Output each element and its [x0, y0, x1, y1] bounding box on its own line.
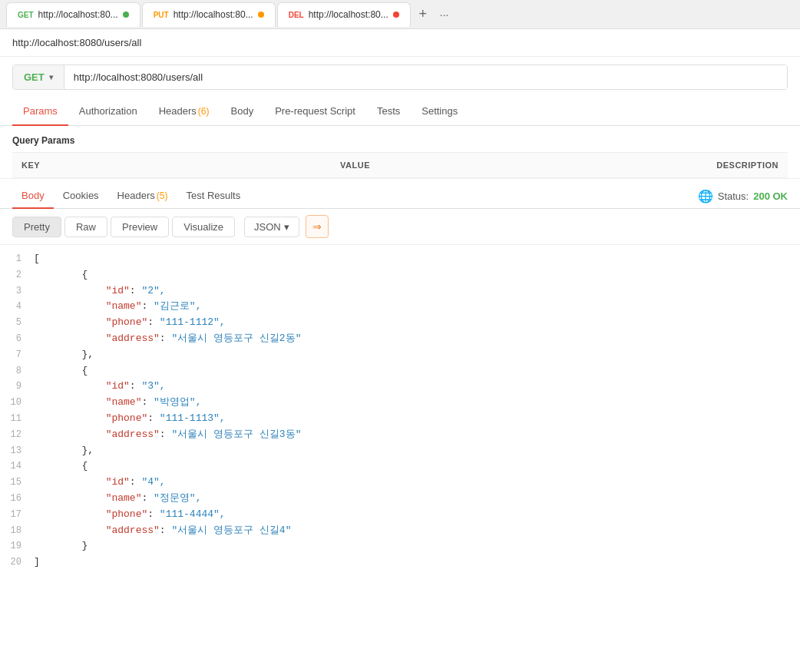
line-content: "name": "정문영", [34, 491, 794, 507]
line-number: 7 [6, 347, 34, 362]
code-line: 7 }, [0, 347, 800, 363]
line-number: 14 [6, 458, 34, 474]
line-content: "phone": "111-1112", [34, 315, 794, 331]
request-bar: GET ▾ [12, 65, 788, 90]
status-label: Status: [718, 190, 749, 202]
response-tab-cookies[interactable]: Cookies [54, 184, 108, 209]
code-line: 2 { [0, 267, 800, 283]
line-content: "name": "김근로", [34, 299, 794, 315]
code-line: 8 { [0, 363, 800, 379]
code-line: 14 { [0, 458, 800, 475]
tab-del[interactable]: DEL http://localhost:80... [277, 2, 411, 27]
tab-authorization[interactable]: Authorization [68, 98, 148, 126]
response-tab-headers-badge: (5) [157, 190, 168, 201]
tab-settings-label: Settings [421, 105, 458, 117]
tab-headers-label: Headers [159, 105, 197, 117]
status-code: 200 OK [753, 190, 788, 202]
line-content: "phone": "111-1113", [34, 411, 794, 427]
code-line: 6 "address": "서울시 영등포구 신길2동" [0, 331, 800, 347]
col-desc-header: DESCRIPTION [650, 157, 788, 173]
col-key-header: KEY [12, 157, 331, 173]
response-tab-headers[interactable]: Headers(5) [108, 184, 177, 209]
code-line: 17 "phone": "111-4444", [0, 507, 800, 523]
line-content: "address": "서울시 영등포구 신길3동" [34, 427, 794, 443]
line-number: 11 [6, 411, 34, 426]
tab-body[interactable]: Body [220, 98, 265, 126]
new-tab-button[interactable]: + [412, 4, 434, 25]
line-content: } [34, 538, 794, 554]
code-line: 18 "address": "서울시 영등포구 신길4" [0, 523, 800, 539]
line-number: 19 [6, 538, 34, 554]
code-line: 9 "id": "3", [0, 379, 800, 395]
method-chevron-icon: ▾ [49, 73, 53, 81]
response-tab-body[interactable]: Body [12, 184, 54, 209]
view-btn-visualize[interactable]: Visualize [172, 217, 235, 237]
line-number: 12 [6, 427, 34, 442]
address-bar: http://localhost:8080/users/all [0, 29, 800, 57]
tab-tests-label: Tests [377, 105, 400, 117]
response-tab-cookies-label: Cookies [63, 190, 99, 201]
line-content: "address": "서울시 영등포구 신길2동" [34, 331, 794, 347]
code-line: 16 "name": "정문영", [0, 491, 800, 507]
response-tabs: Body Cookies Headers(5) Test Results 🌐 S… [0, 184, 800, 209]
line-content: ] [34, 554, 794, 571]
wrap-button[interactable]: ⇒ [306, 215, 329, 238]
tab-menu-button[interactable]: ··· [437, 5, 452, 24]
line-content: "id": "4", [34, 475, 794, 491]
tab-put[interactable]: PUT http://localhost:80... [142, 2, 276, 27]
line-number: 4 [6, 299, 34, 314]
tab-headers[interactable]: Headers(6) [148, 98, 220, 126]
line-content: "address": "서울시 영등포구 신길4" [34, 523, 794, 539]
line-number: 13 [6, 443, 34, 458]
tab-prerequest[interactable]: Pre-request Script [264, 98, 366, 126]
tab-params[interactable]: Params [12, 98, 68, 126]
format-label: JSON [254, 221, 281, 233]
tab-tests[interactable]: Tests [366, 98, 411, 126]
tab-get-method: GET [18, 11, 34, 19]
response-status: 🌐 Status: 200 OK [698, 189, 788, 204]
view-btn-preview[interactable]: Preview [111, 217, 169, 237]
code-line: 15 "id": "4", [0, 475, 800, 491]
url-input[interactable] [64, 65, 787, 89]
view-btn-pretty[interactable]: Pretty [12, 217, 61, 237]
response-tab-test-results-label: Test Results [186, 190, 240, 201]
method-selector[interactable]: GET ▾ [13, 65, 64, 89]
tab-headers-badge: (6) [198, 106, 210, 117]
request-tabs: Params Authorization Headers(6) Body Pre… [0, 98, 800, 126]
response-tab-test-results[interactable]: Test Results [177, 184, 250, 209]
response-tabs-left: Body Cookies Headers(5) Test Results [12, 184, 250, 208]
line-number: 16 [6, 491, 34, 506]
view-btn-raw[interactable]: Raw [64, 217, 107, 237]
line-number: 15 [6, 475, 34, 490]
query-params-label: Query Params [0, 126, 800, 152]
tab-authorization-label: Authorization [79, 105, 137, 117]
tab-get[interactable]: GET http://localhost:80... [6, 2, 140, 27]
globe-icon: 🌐 [698, 189, 713, 204]
tab-prerequest-label: Pre-request Script [275, 105, 355, 117]
line-number: 10 [6, 395, 34, 410]
line-number: 3 [6, 283, 34, 299]
code-line: 20] [0, 554, 800, 571]
tab-put-url: http://localhost:80... [174, 9, 253, 20]
line-content: { [34, 458, 794, 475]
line-content: }, [34, 347, 794, 363]
line-number: 5 [6, 315, 34, 330]
format-selector[interactable]: JSON ▾ [244, 217, 299, 237]
format-chevron-icon: ▾ [284, 221, 289, 233]
response-tab-headers-label: Headers [117, 190, 155, 201]
tab-del-dot [393, 12, 399, 18]
line-number: 1 [6, 251, 34, 266]
line-content: "id": "2", [34, 283, 794, 300]
response-tab-body-label: Body [21, 190, 45, 201]
tab-put-dot [258, 12, 264, 18]
tab-settings[interactable]: Settings [411, 98, 468, 126]
line-content: "id": "3", [34, 379, 794, 395]
tab-put-method: PUT [154, 11, 169, 19]
line-number: 2 [6, 267, 34, 283]
browser-tabs: GET http://localhost:80... PUT http://lo… [0, 0, 800, 29]
line-content: [ [34, 251, 794, 267]
code-line: 5 "phone": "111-1112", [0, 315, 800, 331]
line-number: 6 [6, 331, 34, 346]
tab-body-label: Body [231, 105, 254, 117]
line-content: { [34, 363, 794, 379]
